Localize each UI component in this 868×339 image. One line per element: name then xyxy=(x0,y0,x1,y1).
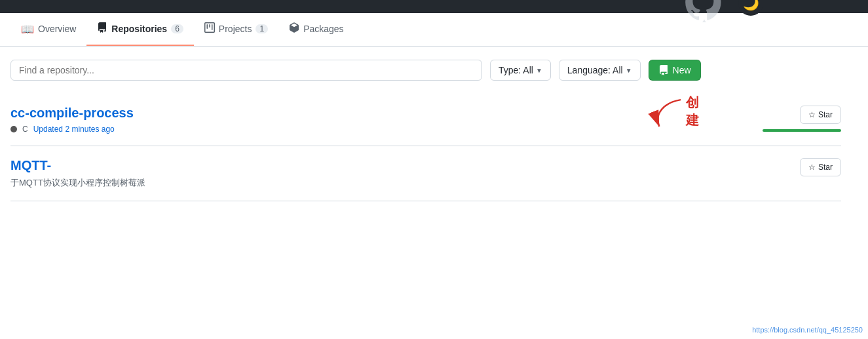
table-row: MQTT- 于MQTT协议实现小程序控制树莓派 ☆ Star xyxy=(10,146,841,201)
dark-mode-toggle[interactable]: 🌙 xyxy=(738,0,763,16)
star-label-2: Star xyxy=(818,163,833,172)
repo-lang-dot-1 xyxy=(10,126,17,132)
star-button-1[interactable]: ☆ Star xyxy=(800,106,841,124)
star-icon-2: ☆ xyxy=(808,163,816,172)
repo-lang-1: C xyxy=(22,125,28,134)
repo-right-2: ☆ Star xyxy=(800,158,841,176)
repo-right-1: ☆ Star xyxy=(763,106,841,132)
new-button-container: New 创建 xyxy=(649,60,701,81)
filter-row: Type: All ▼ Language: All ▼ New xyxy=(10,60,841,81)
type-chevron-icon: ▼ xyxy=(536,67,542,74)
repo-meta-2: 于MQTT协议实现小程序控制树莓派 xyxy=(10,177,145,189)
projects-badge: 1 xyxy=(255,24,268,33)
main-content: Type: All ▼ Language: All ▼ New xyxy=(0,47,852,201)
tab-projects[interactable]: Projects 1 xyxy=(194,13,278,46)
new-repository-button[interactable]: New xyxy=(649,60,701,81)
lang-bar-1 xyxy=(763,129,841,132)
repo-meta-1: C Updated 2 minutes ago xyxy=(10,125,134,134)
star-label-1: Star xyxy=(818,110,833,119)
repo-info-2: MQTT- 于MQTT协议实现小程序控制树莓派 xyxy=(10,158,145,189)
language-filter-label: Language: All xyxy=(567,65,623,75)
tab-packages-label: Packages xyxy=(303,24,343,34)
new-repo-icon xyxy=(658,65,669,75)
type-filter-label: Type: All xyxy=(499,65,533,75)
star-button-2[interactable]: ☆ Star xyxy=(800,158,841,176)
repo-name-2[interactable]: MQTT- xyxy=(10,158,51,172)
tab-repositories-label: Repositories xyxy=(111,24,167,34)
language-filter-button[interactable]: Language: All ▼ xyxy=(559,60,641,81)
new-button-label: New xyxy=(673,65,691,75)
tab-repositories[interactable]: Repositories 6 xyxy=(86,13,194,46)
search-input[interactable] xyxy=(10,60,482,81)
octocat-area: 🌙 xyxy=(678,0,763,30)
tab-projects-label: Projects xyxy=(219,24,252,34)
packages-icon xyxy=(289,22,299,35)
table-row: cc-compile-process C Updated 2 minutes a… xyxy=(10,94,841,146)
repo-info-1: cc-compile-process C Updated 2 minutes a… xyxy=(10,106,134,134)
octocat-icon xyxy=(678,0,730,30)
tab-packages[interactable]: Packages xyxy=(278,13,354,46)
repo-name-1[interactable]: cc-compile-process xyxy=(10,106,134,120)
repo-description-2: 于MQTT协议实现小程序控制树莓派 xyxy=(10,177,145,189)
star-icon-1: ☆ xyxy=(808,110,816,119)
projects-icon xyxy=(204,22,215,35)
repo-updated-1: Updated 2 minutes ago xyxy=(33,125,115,134)
repositories-badge: 6 xyxy=(171,24,183,33)
tab-bar: 📖 Overview Repositories 6 Projects 1 Pac… xyxy=(0,13,868,47)
repositories-icon xyxy=(97,22,107,35)
tab-overview[interactable]: 📖 Overview xyxy=(10,14,86,46)
overview-icon: 📖 xyxy=(21,23,34,35)
repository-list: cc-compile-process C Updated 2 minutes a… xyxy=(10,94,841,201)
language-chevron-icon: ▼ xyxy=(626,67,632,74)
tab-overview-label: Overview xyxy=(38,24,76,34)
type-filter-button[interactable]: Type: All ▼ xyxy=(490,60,551,81)
